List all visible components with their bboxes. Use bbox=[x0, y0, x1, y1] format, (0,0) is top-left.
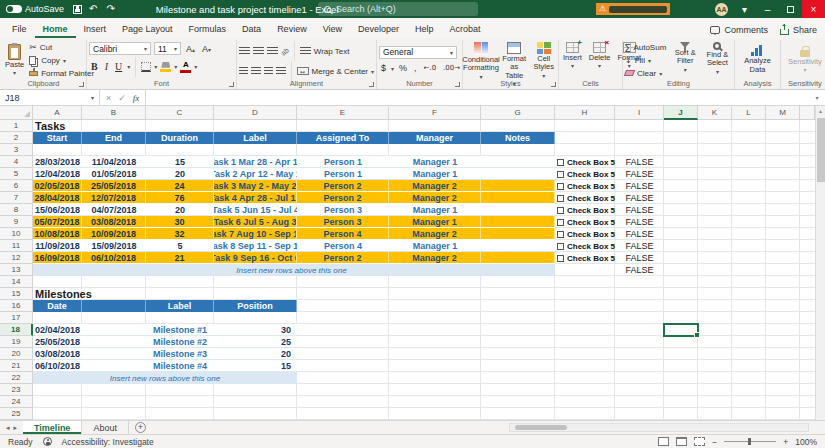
checkbox-value-cell[interactable]: FALSE bbox=[615, 192, 664, 204]
checkbox-value-cell[interactable]: FALSE bbox=[615, 168, 664, 180]
task-label-cell[interactable]: Task 8 Sep 11 - Sep 15 bbox=[214, 240, 297, 252]
task-notes-cell[interactable] bbox=[481, 228, 555, 240]
checkbox-value-cell[interactable]: FALSE bbox=[615, 264, 664, 276]
notification-banner[interactable]: ⚠ bbox=[596, 3, 670, 15]
task-checkbox[interactable]: Check Box 5 bbox=[555, 168, 615, 180]
formula-input[interactable] bbox=[146, 90, 809, 105]
checkbox-value-cell[interactable]: FALSE bbox=[615, 216, 664, 228]
checkbox-value-cell[interactable]: FALSE bbox=[615, 204, 664, 216]
share-button[interactable]: Share bbox=[780, 25, 817, 35]
milestones-insert-note[interactable]: Insert new rows above this one bbox=[33, 372, 297, 384]
expand-formula-bar-icon[interactable]: ▾ bbox=[809, 90, 825, 105]
task-manager-cell[interactable]: Manager 2 bbox=[389, 192, 481, 204]
milestone-label-cell[interactable]: Milestone #1 bbox=[146, 324, 214, 336]
vertical-scrollbar-thumb[interactable] bbox=[817, 118, 825, 182]
tab-view[interactable]: View bbox=[315, 21, 350, 38]
task-assigned-cell[interactable]: Person 1 bbox=[297, 156, 389, 168]
task-end-cell[interactable]: 04/07/2018 bbox=[82, 204, 146, 216]
task-checkbox[interactable]: Check Box 5 bbox=[555, 228, 615, 240]
task-duration-cell[interactable]: 15 bbox=[146, 156, 214, 168]
milestone-position-cell[interactable]: 25 bbox=[214, 336, 297, 348]
save-icon[interactable] bbox=[73, 5, 82, 14]
task-assigned-cell[interactable]: Person 2 bbox=[297, 252, 389, 264]
milestone-date-cell[interactable]: 06/10/2018 bbox=[33, 360, 82, 372]
row-header-21[interactable]: 21 bbox=[0, 360, 33, 372]
column-header-A[interactable]: A bbox=[33, 106, 82, 120]
task-notes-cell[interactable] bbox=[481, 168, 555, 180]
insert-function-icon[interactable]: fx bbox=[133, 93, 140, 103]
comma-style-button[interactable]: , bbox=[412, 63, 419, 73]
milestones-title[interactable]: Milestones bbox=[33, 288, 82, 300]
merge-center-button[interactable]: ↔Merge & Center▾ bbox=[297, 65, 374, 77]
task-start-cell[interactable]: 28/03/2018 bbox=[33, 156, 82, 168]
task-checkbox[interactable]: Check Box 5 bbox=[555, 216, 615, 228]
task-end-cell[interactable]: 06/10/2018 bbox=[82, 252, 146, 264]
checkbox-value-cell[interactable]: FALSE bbox=[615, 252, 664, 264]
column-header-K[interactable]: K bbox=[698, 106, 732, 120]
task-duration-cell[interactable]: 76 bbox=[146, 192, 214, 204]
task-start-cell[interactable]: 02/05/2018 bbox=[33, 180, 82, 192]
sort-filter-button[interactable]: Sort & Filter▾ bbox=[671, 41, 700, 74]
tasks-col-header[interactable]: Notes bbox=[481, 132, 555, 144]
align-middle-icon[interactable] bbox=[253, 47, 264, 55]
page-layout-view-icon[interactable] bbox=[676, 437, 687, 446]
row-header-14[interactable]: 14 bbox=[0, 276, 33, 288]
tasks-insert-note[interactable]: Insert new rows above this one bbox=[33, 264, 555, 276]
accounting-format-button[interactable]: $ bbox=[379, 63, 388, 73]
task-start-cell[interactable]: 15/06/2018 bbox=[33, 204, 82, 216]
decrease-decimal-button[interactable]: .00→ bbox=[441, 64, 462, 72]
task-label-cell[interactable]: Task 6 Jul 5 - Aug 3 bbox=[214, 216, 297, 228]
row-header-9[interactable]: 9 bbox=[0, 216, 33, 228]
task-start-cell[interactable]: 16/09/2018 bbox=[33, 252, 82, 264]
task-end-cell[interactable]: 03/08/2018 bbox=[82, 216, 146, 228]
row-header-12[interactable]: 12 bbox=[0, 252, 33, 264]
paste-button[interactable]: Paste▾ bbox=[3, 43, 26, 78]
conditional-formatting-button[interactable]: Conditional Formatting▾ bbox=[465, 41, 497, 81]
task-duration-cell[interactable]: 20 bbox=[146, 204, 214, 216]
bold-button[interactable]: B bbox=[89, 61, 100, 72]
checkbox-value-cell[interactable]: FALSE bbox=[615, 156, 664, 168]
column-header-D[interactable]: D bbox=[214, 106, 297, 120]
task-checkbox[interactable]: Check Box 5 bbox=[555, 240, 615, 252]
zoom-level[interactable]: 100% bbox=[795, 437, 817, 447]
dialog-launcher-icon[interactable] bbox=[229, 82, 234, 87]
milestones-col-header[interactable]: Position bbox=[214, 300, 297, 312]
milestones-col-header[interactable] bbox=[82, 300, 146, 312]
milestone-cell[interactable] bbox=[82, 324, 146, 336]
task-checkbox[interactable]: Check Box 5 bbox=[555, 156, 615, 168]
task-label-cell[interactable]: Task 9 Sep 16 - Oct 6 bbox=[214, 252, 297, 264]
horizontal-scrollbar[interactable] bbox=[509, 423, 809, 432]
analyze-data-button[interactable]: Analyze Data bbox=[737, 44, 778, 75]
checkbox-value-cell[interactable]: FALSE bbox=[615, 240, 664, 252]
checkbox-icon[interactable] bbox=[557, 243, 564, 250]
next-sheet-icon[interactable]: ▸ bbox=[14, 424, 18, 432]
align-top-icon[interactable] bbox=[239, 47, 250, 55]
copy-button[interactable]: Copy▾ bbox=[29, 54, 94, 66]
row-header-19[interactable]: 19 bbox=[0, 336, 33, 348]
task-start-cell[interactable]: 10/08/2018 bbox=[33, 228, 82, 240]
search-box[interactable] bbox=[318, 2, 478, 16]
page-break-view-icon[interactable] bbox=[694, 437, 705, 446]
zoom-out-icon[interactable]: − bbox=[712, 437, 717, 447]
select-all-corner[interactable] bbox=[0, 106, 33, 120]
percent-style-button[interactable]: % bbox=[397, 63, 409, 73]
checkbox-icon[interactable] bbox=[557, 195, 564, 202]
dialog-launcher-icon[interactable] bbox=[551, 82, 556, 87]
zoom-slider[interactable] bbox=[724, 441, 776, 442]
restore-button[interactable] bbox=[779, 0, 802, 18]
column-header-G[interactable]: G bbox=[481, 106, 555, 120]
milestone-label-cell[interactable]: Milestone #3 bbox=[146, 348, 214, 360]
row-header-16[interactable]: 16 bbox=[0, 300, 33, 312]
zoom-in-icon[interactable]: + bbox=[783, 437, 788, 447]
column-header-L[interactable]: L bbox=[732, 106, 766, 120]
dialog-launcher-icon[interactable] bbox=[455, 82, 460, 87]
task-checkbox[interactable]: Check Box 5 bbox=[555, 192, 615, 204]
sheet-tab-about[interactable]: About bbox=[82, 421, 129, 434]
increase-decimal-button[interactable]: ←.0 bbox=[422, 64, 439, 72]
milestone-cell[interactable] bbox=[82, 336, 146, 348]
tab-review[interactable]: Review bbox=[269, 21, 315, 38]
normal-view-icon[interactable] bbox=[658, 437, 669, 446]
search-input[interactable] bbox=[336, 4, 456, 14]
row-header-5[interactable]: 5 bbox=[0, 168, 33, 180]
vertical-scrollbar[interactable]: ▴ bbox=[815, 106, 825, 420]
